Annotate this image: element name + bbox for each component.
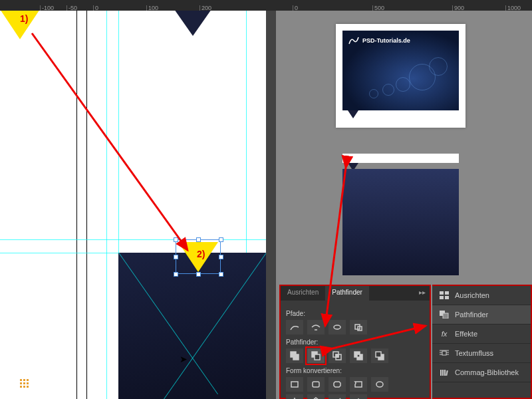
svg-rect-15 [357, 354, 360, 357]
ruler-tick: 0 [293, 5, 298, 11]
preview-logo: PSD-Tutorials.de [348, 36, 410, 45]
svg-point-20 [376, 382, 383, 387]
path-open-icon[interactable] [307, 320, 325, 334]
side-item-label: Effekte [455, 330, 477, 338]
ruler-tick: 1000 [505, 5, 521, 11]
ruler-tick: 500 [372, 5, 384, 11]
shape-rect-icon[interactable] [286, 377, 303, 392]
tab-pathfinder[interactable]: Pathfinder [325, 286, 369, 301]
shape-inverse-round-icon[interactable] [350, 377, 367, 392]
library-icon [439, 368, 450, 377]
ruler-tick: -100 [40, 5, 54, 11]
side-item-effekte[interactable]: fx Effekte [432, 325, 531, 344]
path-close-icon[interactable] [329, 320, 346, 334]
svg-rect-35 [442, 370, 444, 376]
shape-orthogonal-line-icon[interactable] [350, 394, 367, 399]
panel-menu-icon[interactable]: ▸▸ [419, 289, 426, 296]
svg-point-3 [334, 325, 340, 329]
svg-rect-19 [313, 382, 319, 387]
dark-triangle-top[interactable] [174, 9, 211, 36]
svg-rect-36 [444, 370, 446, 376]
shape-bevel-icon[interactable] [329, 377, 346, 392]
side-item-label: Pathfinder [455, 311, 488, 319]
shape-polygon-icon[interactable] [307, 394, 325, 399]
pathfinder-subtract-icon[interactable] [307, 348, 325, 363]
section-label-convert-shape: Form konvertieren: [286, 367, 424, 374]
section-label-paths: Pfade: [286, 310, 424, 317]
svg-rect-37 [446, 370, 448, 376]
preview-white-strip [342, 154, 459, 163]
svg-rect-7 [293, 354, 299, 360]
ruler-tick: 900 [452, 5, 464, 11]
preview-dark-rect[interactable] [342, 169, 459, 275]
panel-tab-bar: Ausrichten Pathfinder ▸▸ [281, 286, 430, 301]
ruler-horizontal[interactable]: -100 -50 0 100 200 0 500 900 1000 [0, 0, 532, 11]
side-item-label: Textumfluss [455, 349, 493, 357]
svg-rect-27 [445, 296, 449, 299]
side-item-pathfinder[interactable]: Pathfinder [432, 305, 531, 325]
shape-triangle-icon[interactable] [286, 394, 303, 399]
tab-ausrichten[interactable]: Ausrichten [281, 286, 325, 301]
align-icon [439, 291, 450, 300]
annotation-label-1: 1) [20, 13, 28, 24]
svg-rect-26 [440, 296, 444, 299]
shape-ellipse-icon[interactable] [371, 377, 388, 392]
side-item-label: Commag-Bibliothek [455, 368, 519, 376]
textwrap-icon [439, 348, 450, 358]
pathfinder-minus-back-icon[interactable] [371, 348, 388, 363]
pathfinder-icon [439, 310, 450, 319]
canvas-left[interactable]: 1) 2) ➤ [0, 11, 266, 399]
preview-image: PSD-Tutorials.de [342, 31, 459, 110]
svg-rect-24 [440, 291, 444, 295]
cursor-icon: ➤ [180, 354, 188, 364]
preview-logo-text: PSD-Tutorials.de [362, 37, 410, 44]
pathfinder-add-icon[interactable] [286, 348, 303, 363]
ruler-tick: -50 [66, 5, 77, 11]
annotation-label-2: 2) [197, 249, 205, 259]
side-item-ausrichten[interactable]: Ausrichten [432, 286, 531, 305]
dark-gradient-shape[interactable] [118, 253, 266, 399]
pathfinder-panel[interactable]: Ausrichten Pathfinder ▸▸ Pfade: Pathfind… [279, 285, 431, 399]
ruler-tick: 0 [93, 5, 98, 11]
ruler-tick: 200 [200, 5, 211, 11]
svg-rect-18 [291, 382, 298, 387]
svg-rect-34 [440, 370, 442, 376]
fx-icon: fx [439, 329, 450, 338]
svg-rect-17 [376, 352, 381, 357]
canvas-divider [266, 11, 276, 399]
side-item-commag-bibliothek[interactable]: Commag-Bibliothek [432, 363, 531, 382]
svg-rect-33 [442, 351, 446, 355]
svg-rect-25 [445, 291, 449, 295]
preview-triangle-notch [348, 110, 358, 118]
pathfinder-exclude-icon[interactable] [350, 348, 367, 363]
section-label-pathfinder: Pathfinder: [286, 338, 424, 346]
path-join-icon[interactable] [286, 320, 303, 334]
preview-card[interactable]: PSD-Tutorials.de [336, 24, 466, 128]
svg-rect-12 [336, 354, 338, 357]
page-origin-marker [20, 379, 33, 392]
side-item-label: Ausrichten [455, 291, 489, 299]
pathfinder-intersect-icon[interactable] [329, 348, 346, 363]
svg-rect-29 [443, 313, 448, 319]
shape-line-icon[interactable] [329, 394, 346, 399]
ruler-tick: 100 [146, 5, 158, 11]
side-item-textumfluss[interactable]: Textumfluss [432, 344, 531, 363]
panel-list: Ausrichten Pathfinder fx Effekte Textumf… [432, 285, 532, 399]
shape-roundrect-icon[interactable] [307, 377, 325, 392]
svg-rect-9 [315, 354, 320, 360]
path-reverse-icon[interactable] [350, 320, 367, 334]
